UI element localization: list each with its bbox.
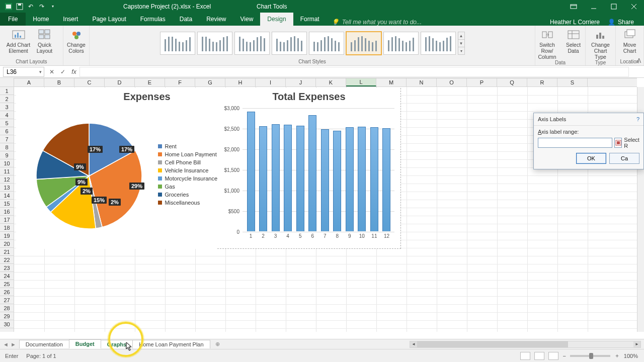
row-header-6[interactable]: 6 <box>0 127 14 135</box>
switch-row-column-button[interactable]: Switch Row/ Column <box>535 28 560 60</box>
col-header-L[interactable]: L <box>346 78 376 86</box>
row-header-27[interactable]: 27 <box>0 296 14 304</box>
col-header-G[interactable]: G <box>195 78 225 86</box>
col-header-F[interactable]: F <box>165 78 195 86</box>
row-header-18[interactable]: 18 <box>0 224 14 232</box>
tab-design[interactable]: Design <box>260 13 293 26</box>
move-chart-button[interactable]: Move Chart <box>617 28 642 54</box>
row-header-29[interactable]: 29 <box>0 312 14 320</box>
cancel-formula-icon[interactable]: ✕ <box>46 68 57 75</box>
select-data-button[interactable]: Select Data <box>561 28 586 54</box>
save-icon[interactable] <box>15 2 24 11</box>
redo-icon[interactable]: ↷ <box>37 2 46 11</box>
chart-style-1[interactable] <box>160 32 195 55</box>
tab-page-layout[interactable]: Page Layout <box>85 13 133 26</box>
ok-button[interactable]: OK <box>576 153 606 164</box>
sheet-tab-budget[interactable]: Budget <box>69 339 101 349</box>
col-header-O[interactable]: O <box>437 78 467 86</box>
row-header-12[interactable]: 12 <box>0 175 14 184</box>
row-header-10[interactable]: 10 <box>0 159 14 167</box>
fx-icon[interactable]: fx <box>68 68 79 75</box>
horizontal-scrollbar[interactable]: ◄ ► <box>410 341 641 348</box>
row-header-15[interactable]: 15 <box>0 200 14 208</box>
row-header-1[interactable]: 1 <box>0 87 14 95</box>
row-header-13[interactable]: 13 <box>0 184 14 192</box>
chart-style-8[interactable] <box>421 32 456 55</box>
page-layout-view-icon[interactable] <box>534 352 544 360</box>
row-header-23[interactable]: 23 <box>0 264 14 272</box>
add-chart-element-button[interactable]: Add Chart Element <box>6 28 31 54</box>
zoom-out-icon[interactable]: − <box>562 353 566 359</box>
chart-style-4[interactable] <box>272 32 307 55</box>
tab-formulas[interactable]: Formulas <box>133 13 173 26</box>
row-header-21[interactable]: 21 <box>0 248 14 256</box>
row-header-7[interactable]: 7 <box>0 135 14 143</box>
qat-dropdown-icon[interactable]: ▾ <box>48 2 57 11</box>
tab-file[interactable]: File <box>0 13 26 26</box>
tab-review[interactable]: Review <box>199 13 233 26</box>
user-name[interactable]: Heather L Corriere <box>550 19 600 26</box>
hscroll-right-icon[interactable]: ► <box>633 341 640 347</box>
col-header-H[interactable]: H <box>225 78 256 86</box>
maximize-icon[interactable] <box>604 0 624 13</box>
col-header-R[interactable]: R <box>527 78 557 86</box>
chart-style-2[interactable] <box>197 32 232 55</box>
quick-layout-button[interactable]: Quick Layout <box>32 28 57 54</box>
col-header-K[interactable]: K <box>316 78 346 86</box>
col-header-M[interactable]: M <box>376 78 407 86</box>
gallery-scroll[interactable]: ▲▼▾ <box>458 32 465 55</box>
hscroll-thumb[interactable] <box>417 341 568 347</box>
sheet-nav-prev-icon[interactable]: ◄ <box>3 341 9 347</box>
collapse-ribbon-icon[interactable]: ᐱ <box>637 57 641 64</box>
name-box[interactable]: L36 <box>3 67 44 77</box>
chart-style-5[interactable] <box>309 32 344 55</box>
close-icon[interactable] <box>624 0 644 13</box>
dialog-help-icon[interactable]: ? <box>636 116 639 122</box>
cancel-button[interactable]: Ca <box>609 153 639 164</box>
column-headers[interactable]: ABCDEFGHIJKLMNOPQRS <box>14 78 637 87</box>
chart-style-7[interactable] <box>383 32 419 55</box>
row-header-14[interactable]: 14 <box>0 192 14 200</box>
col-header-C[interactable]: C <box>74 78 105 86</box>
col-header-E[interactable]: E <box>135 78 165 86</box>
row-header-11[interactable]: 11 <box>0 167 14 175</box>
page-break-view-icon[interactable] <box>548 352 558 360</box>
col-header-P[interactable]: P <box>467 78 497 86</box>
minimize-icon[interactable] <box>584 0 604 13</box>
sheet-tab-documentation[interactable]: Documentation <box>19 340 69 348</box>
row-header-19[interactable]: 19 <box>0 232 14 240</box>
row-header-3[interactable]: 3 <box>0 103 14 111</box>
change-chart-type-button[interactable]: Change Chart Type <box>588 28 613 60</box>
col-header-J[interactable]: J <box>286 78 316 86</box>
enter-formula-icon[interactable]: ✓ <box>57 68 68 75</box>
row-header-24[interactable]: 24 <box>0 272 14 280</box>
col-header-D[interactable]: D <box>105 78 135 86</box>
tell-me-search[interactable]: 💡 Tell me what you want to do... <box>327 19 422 26</box>
tab-home[interactable]: Home <box>26 13 56 26</box>
tab-data[interactable]: Data <box>173 13 199 26</box>
sheet-nav-next-icon[interactable]: ► <box>11 341 16 347</box>
col-header-B[interactable]: B <box>44 78 74 86</box>
new-sheet-icon[interactable]: ⊕ <box>213 341 223 347</box>
col-header-S[interactable]: S <box>557 78 588 86</box>
formula-input[interactable] <box>79 67 629 77</box>
row-header-20[interactable]: 20 <box>0 240 14 248</box>
chart-style-3[interactable] <box>234 32 270 55</box>
row-header-26[interactable]: 26 <box>0 288 14 296</box>
axis-label-range-input[interactable] <box>538 138 612 148</box>
zoom-slider[interactable] <box>570 355 610 357</box>
col-header-Q[interactable]: Q <box>497 78 527 86</box>
chart-style-6[interactable] <box>346 32 381 55</box>
select-all-corner[interactable] <box>0 78 14 87</box>
share-button[interactable]: 👤 Share <box>608 19 634 26</box>
zoom-in-icon[interactable]: ＋ <box>614 352 620 359</box>
sheet-tab-home-loan[interactable]: Home Loan Payment Plan <box>132 340 210 348</box>
row-headers[interactable]: 1234567891011121314151617181920212223242… <box>0 87 14 332</box>
row-header-9[interactable]: 9 <box>0 151 14 159</box>
row-header-22[interactable]: 22 <box>0 256 14 264</box>
tab-insert[interactable]: Insert <box>56 13 85 26</box>
row-header-8[interactable]: 8 <box>0 143 14 151</box>
zoom-level[interactable]: 100% <box>624 353 638 359</box>
change-colors-button[interactable]: Change Colors <box>64 28 89 54</box>
row-header-30[interactable]: 30 <box>0 320 14 328</box>
